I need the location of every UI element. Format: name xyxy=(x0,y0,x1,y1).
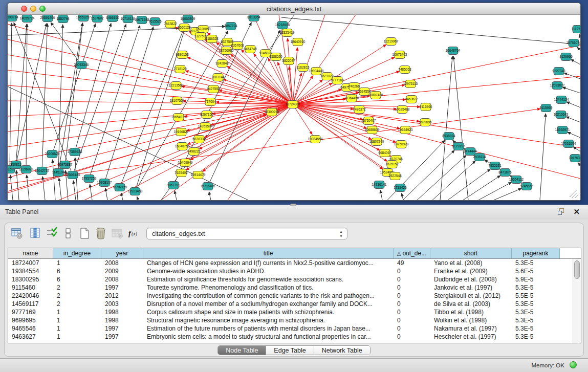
column-header-in_degree[interactable]: in_degree xyxy=(53,248,101,258)
tab-node-table[interactable]: Node Table xyxy=(218,346,266,355)
graph-node[interactable]: 2718120 xyxy=(173,65,187,73)
table-row[interactable]: 946362711997Embryonic stem cells: a mode… xyxy=(8,333,581,341)
graph-node[interactable]: 13325419 xyxy=(280,29,295,37)
table-selector-dropdown[interactable]: citations_edges.txt▲▼ xyxy=(146,228,347,239)
graph-node[interactable]: 12505185 xyxy=(66,171,80,179)
graph-node[interactable]: 7857224 xyxy=(224,23,237,30)
row-selection-button[interactable] xyxy=(46,227,59,240)
graph-node[interactable]: 2803144 xyxy=(211,74,225,81)
graph-node[interactable]: 16914479 xyxy=(191,171,206,179)
graph-node[interactable]: 10653257 xyxy=(76,15,91,21)
graph-node[interactable]: 1162815 xyxy=(297,64,310,72)
table-row[interactable]: 2242004622012Investigating the contribut… xyxy=(8,292,581,300)
table-row[interactable]: 977716911998Corpus callosum shape and si… xyxy=(8,308,581,316)
graph-node[interactable]: 8938924 xyxy=(442,133,455,140)
graph-node[interactable]: 20364456 xyxy=(344,95,359,102)
graph-node[interactable]: 7486372 xyxy=(353,106,366,114)
graph-node[interactable]: 16807249 xyxy=(369,138,384,146)
graph-node[interactable]: 12219967 xyxy=(384,38,399,46)
scrollbar-thumb[interactable] xyxy=(574,260,580,279)
graph-node[interactable]: 1112755 xyxy=(572,26,580,33)
table-row[interactable]: 969969511998Structural magnetic resonanc… xyxy=(8,316,581,324)
graph-node[interactable]: 15226058 xyxy=(196,26,211,33)
graph-node[interactable]: 9699695 xyxy=(419,119,432,126)
graph-node[interactable]: 10756928 xyxy=(394,141,409,148)
close-panel-icon[interactable]: ✕ xyxy=(573,207,580,216)
graph-node[interactable]: 8660128 xyxy=(178,24,191,32)
graph-node[interactable]: 717004 xyxy=(205,98,216,106)
graph-node[interactable]: 14136141 xyxy=(372,181,387,189)
table-mode-button[interactable] xyxy=(11,227,24,240)
graph-node[interactable]: 12975115 xyxy=(403,80,418,88)
graph-node[interactable]: 7625402 xyxy=(175,169,188,177)
graph-node[interactable]: 10654112 xyxy=(509,176,524,184)
graph-node[interactable]: 17016504 xyxy=(561,140,576,148)
graph-node[interactable]: 9777169 xyxy=(331,77,344,84)
graph-node[interactable]: 1167531 xyxy=(569,155,580,162)
table-row[interactable]: 1830029562008Estimation of significance … xyxy=(8,275,581,283)
column-header-short[interactable]: short xyxy=(430,248,512,258)
graph-node[interactable]: 10958107 xyxy=(97,179,112,187)
column-header-name[interactable]: name xyxy=(8,248,53,258)
float-panel-icon[interactable] xyxy=(558,208,565,216)
graph-node[interactable]: 9115955 xyxy=(540,104,553,112)
graph-node[interactable]: 14055724 xyxy=(20,15,35,23)
window-titlebar[interactable]: citations_edges.txt xyxy=(8,3,580,15)
splitter-handle[interactable] xyxy=(290,204,296,206)
graph-node[interactable]: 12213563 xyxy=(169,82,184,90)
graph-node[interactable]: 15751074 xyxy=(567,39,580,47)
graph-node[interactable]: 9245652 xyxy=(520,183,533,190)
network-canvas[interactable]: 2099214140557242089140618827941065325715… xyxy=(8,15,580,200)
graph-node[interactable]: 16053809 xyxy=(181,15,195,23)
graph-node[interactable]: 18756985 xyxy=(219,47,234,55)
graph-node[interactable]: 10973403 xyxy=(393,51,407,59)
graph-node[interactable]: 20206526 xyxy=(45,150,60,158)
graph-node[interactable]: 9242848 xyxy=(215,60,229,68)
graph-node[interactable]: 15720407 xyxy=(361,117,376,125)
resize-grip-icon[interactable] xyxy=(575,195,578,198)
graph-node[interactable]: 12923468 xyxy=(128,188,143,195)
graph-node[interactable]: 19654923 xyxy=(398,126,413,134)
graph-node[interactable]: 14353504 xyxy=(198,123,213,130)
table-row[interactable]: 1938455462009Genome-wide association stu… xyxy=(8,267,581,275)
graph-node[interactable]: 9227343 xyxy=(552,68,565,75)
graph-node[interactable]: 9498222 xyxy=(187,148,201,156)
graph-node[interactable]: 16210643 xyxy=(554,111,569,119)
graph-node[interactable]: 1145194 xyxy=(52,169,65,177)
graph-node[interactable]: 9857791 xyxy=(167,182,180,189)
graph-node[interactable]: 1882794 xyxy=(56,15,70,23)
graph-node[interactable]: 1588520 xyxy=(269,53,282,61)
graph-node[interactable]: 16648764 xyxy=(446,47,461,55)
graph-node[interactable]: 9427552 xyxy=(207,85,220,93)
graph-node[interactable]: 12444124 xyxy=(554,96,569,104)
graph-node[interactable]: 8813054 xyxy=(247,15,260,21)
column-header-title[interactable]: title xyxy=(143,248,394,258)
graph-node[interactable]: 1733426 xyxy=(394,184,407,192)
function-builder-button[interactable]: f(x) xyxy=(127,227,141,240)
graph-node[interactable]: 7663822 xyxy=(164,20,177,28)
graph-node[interactable]: 8454749 xyxy=(244,46,257,53)
graph-node[interactable]: 2099214 xyxy=(8,15,18,21)
graph-node[interactable]: 2522548 xyxy=(388,172,402,180)
graph-node[interactable]: 18107554 xyxy=(170,97,185,105)
table-row[interactable]: 1872400712008Changes of HCN gene express… xyxy=(8,259,581,267)
graph-node[interactable]: 5822037 xyxy=(282,57,295,65)
graph-node[interactable]: 10807488 xyxy=(368,92,383,99)
graph-node[interactable]: 16671388 xyxy=(135,16,149,24)
tab-network-table[interactable]: Network Table xyxy=(314,346,370,355)
column-visibility-button[interactable] xyxy=(29,227,42,240)
column-layout-button[interactable] xyxy=(62,227,75,240)
resize-grip-icon[interactable] xyxy=(572,192,577,198)
graph-node[interactable]: 7615526 xyxy=(148,18,162,26)
tab-edge-table[interactable]: Edge Table xyxy=(266,346,314,355)
graph-node[interactable]: 5878334 xyxy=(192,136,206,143)
graph-node[interactable]: 6179197 xyxy=(452,143,465,150)
table-row[interactable]: 946554611997Estimation of the future num… xyxy=(8,324,581,333)
graph-node[interactable]: 6466160 xyxy=(106,15,119,22)
graph-node[interactable]: 9463627 xyxy=(405,96,418,103)
table-row[interactable]: 1456911722003Disruption of a novel membe… xyxy=(8,300,581,308)
graph-node[interactable]: 8471676 xyxy=(498,169,512,177)
graph-node[interactable]: 16782759 xyxy=(113,184,127,191)
graph-node[interactable]: 10688609 xyxy=(365,126,380,134)
graph-node[interactable]: 12042737 xyxy=(35,167,50,175)
